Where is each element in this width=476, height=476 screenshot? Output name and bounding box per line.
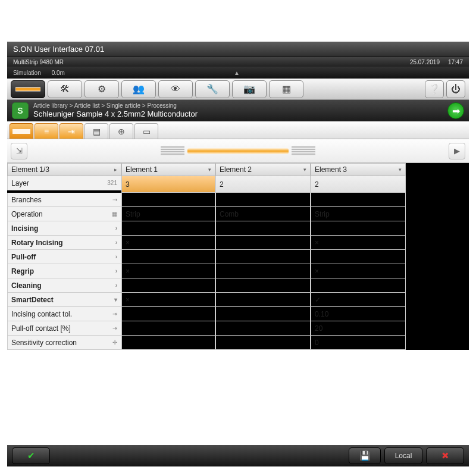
preview-next-button[interactable]: ▶	[449, 143, 465, 159]
row-label[interactable]: Layer321	[7, 176, 121, 190]
row-label[interactable]: Incising›	[7, 221, 121, 236]
tab-comment-icon[interactable]: ▭	[134, 123, 158, 139]
breadcrumb[interactable]: Article library > Article list > Single …	[33, 102, 443, 109]
tab-steps-icon[interactable]: ≡	[35, 123, 58, 139]
statusbar-2: Simulation 0.0m ▲	[7, 67, 469, 79]
row-label[interactable]: SmartDetect▾	[7, 293, 121, 307]
cell[interactable]: Comb	[215, 207, 311, 221]
tab-settings-icon[interactable]: ⚙	[84, 80, 119, 98]
row-label[interactable]: Rotary Incising›	[7, 236, 121, 250]
col-element3[interactable]: Element 3▾	[311, 163, 406, 176]
cell[interactable]	[121, 278, 215, 293]
cell[interactable]: 3	[121, 176, 215, 193]
help-button[interactable]: ❔	[425, 80, 444, 98]
collapse-triangle-icon[interactable]: ▲	[234, 70, 242, 76]
col-row-header[interactable]: Element 1/3▸	[7, 163, 121, 176]
tab-preview-icon[interactable]: 👁	[158, 80, 193, 98]
row-label[interactable]: Pull-off contact [%]⇥	[7, 321, 121, 336]
titlebar: S.ON User Interface 07.01	[7, 42, 469, 57]
cell[interactable]	[311, 221, 406, 236]
cell[interactable]	[121, 307, 215, 321]
cell[interactable]	[215, 236, 311, 250]
status-length: 0.0m	[52, 70, 65, 76]
tab-document-icon[interactable]: ▤	[84, 123, 108, 139]
cell[interactable]: ×	[311, 264, 406, 278]
app-window: S.ON User Interface 07.01 MultiStrip 948…	[7, 42, 469, 434]
cell[interactable]	[215, 264, 311, 278]
status-date: 25.07.2019	[410, 59, 440, 65]
col-element2[interactable]: Element 2▾	[215, 163, 311, 176]
row-label[interactable]: Cleaning›	[7, 278, 121, 293]
cell[interactable]	[215, 250, 311, 264]
row-label[interactable]: Pull-off›	[7, 250, 121, 264]
cell[interactable]: Strip	[311, 207, 406, 221]
cell[interactable]	[311, 250, 406, 264]
cell[interactable]	[215, 193, 311, 207]
cell[interactable]	[121, 321, 215, 336]
article-type-icon: S	[12, 102, 29, 119]
chevron-down-icon: ▾	[303, 167, 306, 173]
tab-ends-icon[interactable]: ⇥	[60, 123, 83, 139]
cell[interactable]	[121, 193, 215, 207]
tab-camera-icon[interactable]: 📷	[232, 80, 267, 98]
chevron-right-icon: ▸	[114, 167, 117, 173]
cell[interactable]: ✓	[311, 293, 406, 307]
chevron-down-icon: ▾	[399, 167, 402, 173]
tab-article-icon[interactable]	[11, 80, 45, 98]
row-label[interactable]: Branches⇢	[7, 193, 121, 207]
footer: ✔ 💾 Local ✖	[7, 445, 469, 466]
statusbar-1: MultiStrip 9480 MR 25.07.2019 17:47	[7, 57, 469, 67]
power-button[interactable]: ⏻	[446, 80, 465, 98]
tab-users-icon[interactable]: 👥	[121, 80, 156, 98]
cable-preview-bar: ⇲ ▶	[7, 139, 469, 163]
col-element1[interactable]: Element 1▾	[121, 163, 215, 176]
local-button[interactable]: Local	[384, 447, 422, 464]
cancel-button[interactable]: ✖	[426, 447, 464, 464]
cell[interactable]	[215, 221, 311, 236]
row-label[interactable]: Incising contact tol.⇥	[7, 307, 121, 321]
cable-graphic	[187, 148, 289, 154]
chevron-down-icon: ▾	[208, 167, 211, 173]
cell[interactable]	[215, 321, 311, 336]
processing-tabs: ≡ ⇥ ▤ ⊕ ▭	[7, 121, 469, 139]
article-title: Schleuniger Sample 4 x 2.5mm2 Multicondu…	[33, 109, 443, 120]
cell[interactable]: 20	[311, 321, 406, 336]
cell[interactable]: ×	[121, 264, 215, 278]
cell[interactable]: 0.10	[311, 307, 406, 321]
cell[interactable]: ×	[311, 236, 406, 250]
machine-name: MultiStrip 9480 MR	[13, 59, 64, 65]
cell[interactable]	[121, 221, 215, 236]
cell[interactable]: 2	[215, 176, 311, 193]
tab-tools-icon[interactable]: 🛠	[48, 80, 82, 98]
cell[interactable]	[215, 336, 311, 350]
cell[interactable]	[121, 336, 215, 350]
tab-cable-icon[interactable]	[10, 123, 33, 139]
title-text: S.ON User Interface 07.01	[13, 45, 104, 54]
cell[interactable]	[121, 250, 215, 264]
cell[interactable]	[311, 193, 406, 207]
status-time: 17:47	[448, 59, 463, 65]
cell[interactable]: ×	[121, 236, 215, 250]
cell[interactable]	[215, 278, 311, 293]
preview-config-button[interactable]: ⇲	[11, 143, 27, 159]
row-label[interactable]: Sensitivity correction✛	[7, 336, 121, 350]
row-label[interactable]: Operation▦	[7, 207, 121, 221]
cell[interactable]	[215, 307, 311, 321]
main-toolbar: 🛠 ⚙ 👥 👁 🔧 📷 ▦ ❔ ⏻	[7, 79, 469, 100]
cell[interactable]: 0	[311, 336, 406, 350]
go-arrow-button[interactable]: ➡	[447, 102, 464, 119]
tab-diagnostics-icon[interactable]: 🔧	[195, 80, 230, 98]
subheader: S Article library > Article list > Singl…	[7, 100, 469, 121]
cell[interactable]: Strip	[121, 207, 215, 221]
svg-rect-1	[12, 129, 30, 134]
tab-target-icon[interactable]: ⊕	[109, 123, 133, 139]
cell[interactable]	[215, 293, 311, 307]
row-label[interactable]: Regrip›	[7, 264, 121, 278]
cell[interactable]: 2	[311, 176, 406, 193]
tab-dashboard-icon[interactable]: ▦	[269, 80, 303, 98]
status-mode: Simulation	[13, 70, 41, 76]
confirm-button[interactable]: ✔	[12, 447, 50, 464]
cell[interactable]: ×	[121, 293, 215, 307]
save-button[interactable]: 💾	[349, 447, 381, 464]
cell[interactable]	[311, 278, 406, 293]
